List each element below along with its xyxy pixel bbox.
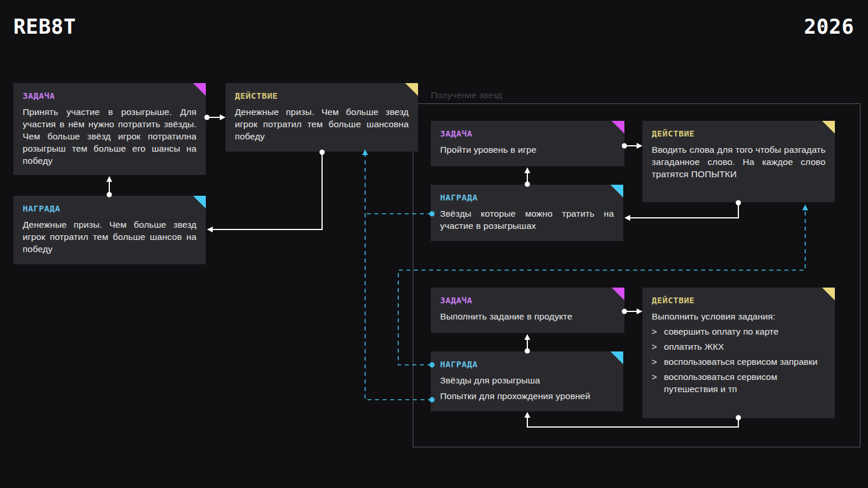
brand-title: REB8T	[13, 15, 76, 38]
card-product-reward[interactable]: НАГРАДА Звёзды для розыгрыша Попытки для…	[431, 351, 623, 411]
list-item-text: совершить оплату по карте	[664, 325, 778, 338]
list-item-text: воспользоваться сервисом заправки	[664, 356, 817, 368]
card-lottery-action[interactable]: ДЕЙСТВИЕ Денежные призы. Чем больше звез…	[226, 83, 418, 152]
card-lottery-reward[interactable]: НАГРАДА Денежные призы. Чем больше звезд…	[13, 196, 206, 264]
card-body: Пройти уровень в игре	[440, 143, 615, 156]
card-lottery-task[interactable]: ЗАДАЧА Принять участие в розыгрыше. Для …	[13, 83, 206, 175]
canvas: { "header": { "brand": "REB8T", "year": …	[0, 0, 868, 488]
card-type-label: ЗАДАЧА	[440, 296, 615, 305]
card-game-reward[interactable]: НАГРАДА Звёзды которые можно тратить на …	[431, 185, 623, 241]
card-type-label: ЗАДАЧА	[23, 91, 197, 101]
list-marker: >	[652, 340, 657, 353]
list-item-text: воспользоваться сервисом путешествия и т…	[664, 371, 826, 395]
list-item-text: оплатить ЖКХ	[664, 340, 724, 353]
card-product-task[interactable]: ЗАДАЧА Выполнить задание в продукте	[431, 288, 624, 333]
card-type-label: ЗАДАЧА	[440, 129, 615, 138]
reward-line: Попытки для прохождения уровней	[440, 390, 614, 402]
list-item: > оплатить ЖКХ	[652, 340, 826, 353]
card-type-label: НАГРАДА	[440, 360, 614, 369]
card-type-label: ДЕЙСТВИЕ	[652, 296, 826, 305]
card-body: Выполнить задание в продукте	[440, 310, 615, 322]
connector-lottery-reward-to-task	[106, 176, 112, 198]
reward-line: Звёзды для розыгрыша	[440, 374, 614, 386]
list-marker: >	[652, 356, 657, 368]
connector-lottery-action-to-reward	[207, 150, 325, 233]
list-marker: >	[652, 371, 657, 395]
card-body: Принять участие в розыгрыше. Для участия…	[23, 106, 197, 167]
card-body: Вводить слова для того чтобы разгадать з…	[652, 143, 826, 180]
card-body-intro: Выполнить условия задания:	[652, 310, 826, 322]
list-item: > воспользоваться сервисом путешествия и…	[652, 371, 826, 395]
card-type-label: НАГРАДА	[23, 204, 197, 213]
card-type-label: НАГРАДА	[440, 193, 614, 202]
card-body: Денежные призы. Чем больше звезд игрок п…	[235, 106, 409, 142]
list-marker: >	[652, 325, 657, 338]
list-item: > совершить оплату по карте	[652, 325, 826, 338]
card-type-label: ДЕЙСТВИЕ	[235, 91, 409, 101]
card-body: Звёзды которые можно тратить на участие …	[440, 207, 614, 232]
connector-lottery-task-to-action	[205, 114, 226, 120]
card-product-action[interactable]: ДЕЙСТВИЕ Выполнить условия задания: > со…	[642, 288, 835, 418]
year-label: 2026	[804, 15, 854, 38]
card-game-action[interactable]: ДЕЙСТВИЕ Вводить слова для того чтобы ра…	[642, 121, 835, 202]
card-type-label: ДЕЙСТВИЕ	[652, 129, 826, 138]
list-item: > воспользоваться сервисом заправки	[652, 356, 826, 368]
card-game-task[interactable]: ЗАДАЧА Пройти уровень в игре	[431, 121, 624, 166]
group-title: Получение звезд	[431, 90, 502, 100]
card-body: Денежные призы. Чем больше звезд игрок п…	[23, 218, 197, 255]
